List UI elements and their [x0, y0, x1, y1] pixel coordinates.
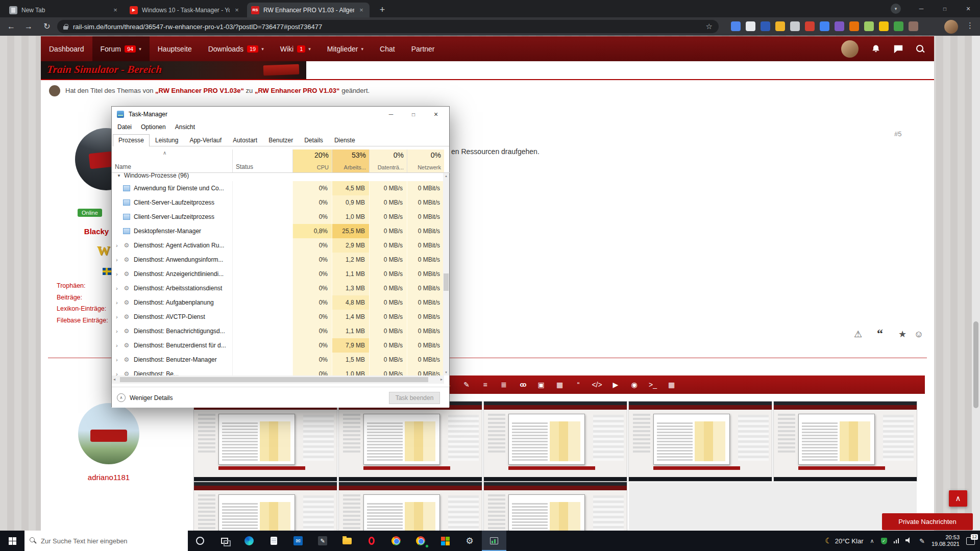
taskbar-search-input[interactable]: Zur Suche Text hier eingeben [24, 531, 188, 551]
window-minimize-button[interactable]: ─ [910, 0, 933, 17]
process-row[interactable]: ›⚙Diensthost: Agent Activation Ru...0%2,… [112, 238, 444, 253]
screenshot-thumbnail[interactable] [484, 402, 627, 481]
process-row[interactable]: ›⚙Diensthost: Benachrichtigungsd...0%1,1… [112, 324, 444, 338]
pencil-icon[interactable]: ✎ [459, 375, 474, 394]
process-row[interactable]: ›⚙Diensthost: AVCTP-Dienst0%1,4 MB0 MB/s… [112, 310, 444, 324]
tab-close-icon[interactable]: × [111, 6, 119, 14]
grid-icon[interactable]: ▦ [664, 375, 679, 394]
browser-tab-youtube[interactable]: ▶ Windows 10 - Task-Manager - Yo × [126, 3, 245, 17]
expand-chevron-icon[interactable]: › [116, 314, 122, 320]
link-icon[interactable]: oo [515, 375, 530, 394]
extension-icon[interactable] [746, 21, 755, 31]
code-icon[interactable]: </> [590, 375, 605, 394]
scrollbar-thumb[interactable] [444, 273, 449, 291]
quote-post-icon[interactable]: “ [874, 327, 886, 339]
tm-tab-benutzer[interactable]: Benutzer [263, 134, 299, 146]
like-post-icon[interactable]: ★ [896, 328, 909, 340]
conversations-icon[interactable] [893, 44, 903, 54]
tm-header-status[interactable]: Status [232, 149, 292, 172]
expand-chevron-icon[interactable]: › [116, 328, 122, 334]
site-info-lock-icon[interactable] [63, 24, 68, 30]
scrollbar-thumb[interactable] [120, 377, 428, 382]
scroll-down-icon[interactable]: ▾ [443, 370, 449, 374]
expand-chevron-icon[interactable]: › [116, 242, 122, 248]
extension-icon[interactable] [820, 21, 829, 31]
pen-input-icon[interactable]: ✎ [919, 537, 925, 545]
tm-header-network[interactable]: 0% Netzwerk [407, 149, 444, 172]
eye-icon[interactable]: ◉ [627, 375, 642, 394]
window-maximize-button[interactable]: □ [933, 0, 957, 17]
extension-icon[interactable] [805, 21, 815, 31]
office-app-button[interactable] [433, 531, 457, 551]
scroll-left-icon[interactable]: ◂ [113, 377, 115, 382]
username-link[interactable]: adriano1181 [68, 473, 150, 482]
browser-tab-active[interactable]: RS RW Enhancer PRO V1.03 - Allgem × [247, 3, 370, 17]
tm-header-cpu[interactable]: 20% CPU [292, 149, 332, 172]
nav-item-dashboard[interactable]: Dashboard [41, 36, 92, 61]
browser-tab-new-tab[interactable]: New Tab × [5, 3, 124, 17]
extension-icon[interactable] [775, 21, 785, 31]
speech-icon[interactable]: “ [571, 375, 586, 394]
tm-tab-app-verlauf[interactable]: App-Verlauf [184, 134, 227, 146]
expand-chevron-icon[interactable]: › [116, 285, 122, 291]
table-icon[interactable]: ▦ [552, 375, 568, 394]
address-bar[interactable]: rail-sim.de/forum/thread/36547-rw-enhanc… [57, 20, 719, 33]
tm-tab-prozesse[interactable]: Prozesse [113, 134, 150, 146]
task-view-button[interactable] [212, 531, 237, 551]
tm-menu-ansicht[interactable]: Ansicht [170, 122, 200, 132]
tm-maximize-button[interactable]: □ [402, 107, 425, 122]
process-row[interactable]: Client-Server-Laufzeitprozess0%1,0 MB0 M… [112, 210, 444, 224]
react-smiley-icon[interactable]: ☺ [913, 328, 925, 340]
extension-icon[interactable] [835, 21, 844, 31]
expand-chevron-icon[interactable]: › [116, 257, 122, 263]
process-row[interactable]: ›⚙Diensthost: Benutzer-Manager0%1,5 MB0 … [112, 353, 444, 367]
volume-icon[interactable] [905, 536, 913, 545]
scrollbar-thumb[interactable] [973, 321, 978, 408]
screenshot-thumbnail[interactable] [339, 402, 482, 481]
reload-button[interactable]: ↻ [41, 20, 53, 33]
scroll-up-icon[interactable]: ▴ [443, 174, 449, 178]
expand-chevron-icon[interactable]: › [116, 342, 122, 348]
new-title-link[interactable]: „RW Enhancer PRO V1.03“ [255, 87, 340, 94]
tm-tab-details[interactable]: Details [299, 134, 329, 146]
nav-item-wiki[interactable]: Wiki1▾ [272, 36, 319, 61]
screenshot-thumbnail[interactable] [339, 482, 482, 531]
new-tab-button[interactable]: + [376, 4, 389, 16]
tm-header-disk[interactable]: 0% Datenträ... [369, 149, 407, 172]
extension-icon[interactable] [731, 21, 741, 31]
tab-search-button[interactable]: ▾ [891, 4, 901, 14]
extension-icon[interactable] [894, 21, 903, 31]
process-row[interactable]: ›⚙Diensthost: Arbeitsstationsdienst0%1,3… [112, 281, 444, 295]
process-row[interactable]: ›⚙Diensthost: Anwendungsinform...0%1,2 M… [112, 253, 444, 267]
forward-button[interactable]: → [22, 20, 35, 33]
bookmark-star-icon[interactable]: ☆ [706, 22, 713, 31]
align-icon[interactable]: ≣ [496, 375, 511, 394]
cortana-button[interactable] [188, 531, 212, 551]
expand-chevron-icon[interactable]: › [116, 371, 122, 375]
notifications-bell-icon[interactable] [871, 44, 881, 54]
taskbar-clock[interactable]: 20:53 19.08.2021 [932, 534, 960, 547]
browser-menu-icon[interactable]: ⋮ [966, 21, 974, 30]
process-row[interactable]: ›⚙Diensthost: Benutzerdienst für d...0%7… [112, 338, 444, 353]
chrome-button[interactable] [384, 531, 408, 551]
process-row[interactable]: ›⚙Diensthost: Aufgabenplanung0%4,8 MB0 M… [112, 295, 444, 310]
snip-pen-button[interactable]: ✎ [310, 531, 335, 551]
tm-close-button[interactable]: × [425, 107, 447, 122]
tab-close-icon[interactable]: × [233, 6, 241, 14]
action-center-icon[interactable]: 12 [966, 537, 975, 545]
nav-item-chat[interactable]: Chat [372, 36, 403, 61]
moderator-avatar[interactable] [49, 85, 60, 96]
back-button[interactable]: ← [5, 20, 17, 33]
mail-button[interactable]: ✉ [286, 531, 310, 551]
settings-button[interactable]: ⚙ [457, 531, 482, 551]
tm-header-name[interactable]: ∧ Name [112, 149, 232, 172]
nav-item-hauptseite[interactable]: Hauptseite [150, 36, 200, 61]
process-row[interactable]: Anwendung für Dienste und Co...0%4,5 MB0… [112, 181, 444, 195]
tm-titlebar[interactable]: Task-Manager ─ □ × [112, 107, 449, 122]
file-explorer-button[interactable] [335, 531, 359, 551]
tm-vertical-scrollbar[interactable]: ▴ ▾ [443, 173, 449, 375]
start-button[interactable] [0, 531, 24, 551]
weather-widget[interactable]: ☾ 20°C Klar [825, 536, 863, 545]
security-shield-icon[interactable]: ✓ [881, 538, 887, 544]
user-avatar[interactable] [78, 403, 139, 464]
